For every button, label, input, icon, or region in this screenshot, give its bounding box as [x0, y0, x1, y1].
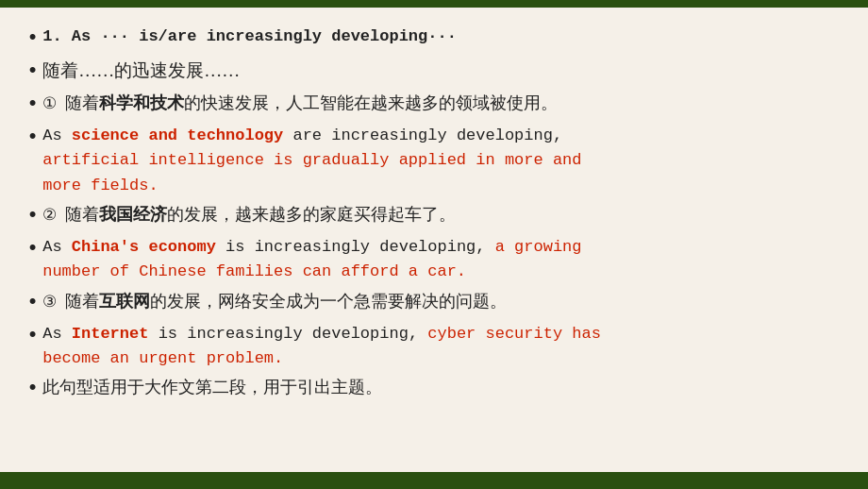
item-text: As China's economy is increasingly devel…: [42, 235, 581, 285]
list-item: • ① 随着科学和技术的快速发展，人工智能在越来越多的领域被使用。: [26, 91, 842, 120]
item-text: 此句型适用于大作文第二段，用于引出主题。: [42, 375, 382, 400]
list-item: • 此句型适用于大作文第二段，用于引出主题。: [26, 375, 842, 404]
continuation-text: artificial intelligence is gradually app…: [42, 151, 581, 194]
content-area: • 1. As ··· is/are increasingly developi…: [0, 8, 868, 472]
bullet-dot: •: [26, 233, 39, 264]
bottom-bar: [0, 472, 868, 489]
item-text: ③ 随着互联网的发展，网络安全成为一个急需要解决的问题。: [42, 289, 507, 314]
bullet-dot: •: [26, 287, 39, 318]
circle-num: ③: [42, 290, 57, 314]
circle-num: ①: [42, 92, 57, 116]
item-text: ② 随着我国经济的发展，越来越多的家庭买得起车了。: [42, 202, 456, 228]
bullet-dot: •: [26, 23, 39, 54]
list-item: • As China's economy is increasingly dev…: [26, 235, 842, 285]
bold-text: 科学和技术: [99, 93, 184, 112]
bullet-dot: •: [26, 200, 39, 231]
bullet-dot: •: [26, 320, 39, 351]
list-item: • As science and technology are increasi…: [26, 124, 842, 198]
highlight-text: Internet: [72, 325, 149, 343]
slide-container: • 1. As ··· is/are increasingly developi…: [0, 0, 868, 489]
list-item: • ② 随着我国经济的发展，越来越多的家庭买得起车了。: [26, 202, 842, 231]
item-text: 1. As ··· is/are increasingly developing…: [42, 25, 457, 49]
item-text: As science and technology are increasing…: [42, 124, 581, 198]
list-item: • 1. As ··· is/are increasingly developi…: [26, 25, 842, 54]
bullet-dot: •: [26, 122, 39, 153]
item-text: 随着……的迅速发展……: [42, 58, 240, 85]
highlight-text: science and technology: [72, 126, 283, 144]
item-text: ① 随着科学和技术的快速发展，人工智能在越来越多的领域被使用。: [42, 91, 558, 116]
item-text: As Internet is increasingly developing, …: [42, 322, 601, 372]
highlight-text: China's economy: [72, 238, 216, 256]
list-item: • As Internet is increasingly developing…: [26, 322, 842, 372]
bullet-dot: •: [26, 373, 39, 404]
list-item: • ③ 随着互联网的发展，网络安全成为一个急需要解决的问题。: [26, 289, 842, 318]
circle-num: ②: [42, 203, 57, 228]
top-bar: [0, 0, 868, 8]
bullet-dot: •: [26, 89, 39, 120]
bullet-dot: •: [26, 56, 39, 87]
bold-text: 我国经济: [99, 205, 167, 224]
list-item: • 随着……的迅速发展……: [26, 58, 842, 87]
bold-text: 互联网: [99, 292, 150, 311]
